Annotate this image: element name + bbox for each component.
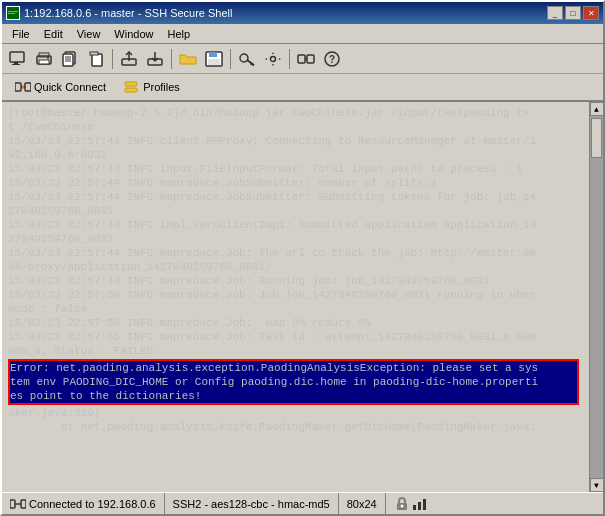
quick-connect-button[interactable]: Quick Connect — [8, 77, 113, 97]
status-icons — [386, 493, 436, 514]
svg-rect-34 — [15, 83, 21, 91]
title-bar: 1:192.168.0.6 - master - SSH Secure Shel… — [2, 2, 603, 24]
quick-bar: Quick Connect Profiles — [2, 74, 603, 102]
lock-icon — [394, 497, 410, 511]
svg-rect-47 — [423, 499, 426, 510]
separator-3 — [230, 49, 231, 69]
status-size: 80x24 — [339, 493, 386, 514]
toolbar-download-button[interactable] — [143, 47, 167, 71]
separator-1 — [112, 49, 113, 69]
title-bar-left: 1:192.168.0.6 - master - SSH Secure Shel… — [6, 6, 233, 20]
svg-rect-23 — [208, 59, 220, 65]
scrollbar-track[interactable] — [590, 116, 603, 478]
svg-rect-35 — [25, 83, 31, 91]
toolbar-copy-button[interactable] — [58, 47, 82, 71]
svg-rect-16 — [90, 52, 98, 55]
svg-rect-4 — [14, 62, 18, 64]
status-connection: Connected to 192.168.0.6 — [2, 493, 165, 514]
svg-rect-3 — [10, 52, 24, 62]
svg-rect-22 — [209, 52, 217, 57]
svg-rect-29 — [298, 55, 305, 63]
profiles-icon — [124, 80, 140, 94]
menu-help[interactable]: Help — [161, 26, 196, 42]
scroll-down-button[interactable]: ▼ — [590, 478, 604, 492]
terminal-content[interactable]: [root@master hadoop-2.5.2]# bin/hadoop j… — [2, 102, 589, 492]
menu-window[interactable]: Window — [108, 26, 159, 42]
connection-text: Connected to 192.168.0.6 — [29, 498, 156, 510]
size-text: 80x24 — [347, 498, 377, 510]
menu-view[interactable]: View — [71, 26, 107, 42]
separator-4 — [289, 49, 290, 69]
svg-point-44 — [400, 504, 403, 507]
toolbar-key-button[interactable] — [235, 47, 259, 71]
svg-rect-1 — [8, 11, 18, 12]
menu-file[interactable]: File — [6, 26, 36, 42]
minimize-button[interactable]: _ — [547, 6, 563, 20]
connection-icon — [10, 497, 26, 511]
svg-rect-30 — [307, 55, 314, 63]
svg-rect-45 — [413, 505, 416, 510]
svg-text:?: ? — [329, 54, 335, 65]
toolbar-new-button[interactable] — [6, 47, 30, 71]
toolbar-print-button[interactable] — [32, 47, 56, 71]
profiles-button[interactable]: Profiles — [117, 77, 187, 97]
toolbar-save-button[interactable] — [202, 47, 226, 71]
profiles-label: Profiles — [143, 81, 180, 93]
main-window: 1:192.168.0.6 - master - SSH Secure Shel… — [0, 0, 605, 516]
maximize-button[interactable]: □ — [565, 6, 581, 20]
svg-rect-5 — [12, 64, 20, 65]
app-icon — [6, 6, 20, 20]
close-button[interactable]: ✕ — [583, 6, 599, 20]
svg-rect-39 — [125, 88, 137, 92]
svg-rect-11 — [63, 54, 73, 66]
svg-rect-8 — [39, 60, 49, 64]
terminal-wrapper: [root@master hadoop-2.5.2]# bin/hadoop j… — [2, 102, 603, 492]
svg-rect-46 — [418, 502, 421, 510]
toolbar-upload-button[interactable] — [117, 47, 141, 71]
toolbar: ? — [2, 44, 603, 74]
svg-point-28 — [271, 56, 276, 61]
encryption-text: SSH2 - aes128-cbc - hmac-md5 — [173, 498, 330, 510]
svg-rect-15 — [92, 54, 102, 66]
quick-connect-icon — [15, 80, 31, 94]
status-bar: Connected to 192.168.0.6 SSH2 - aes128-c… — [2, 492, 603, 514]
signal-icon — [412, 497, 428, 511]
scrollbar: ▲ ▼ — [589, 102, 603, 492]
svg-point-9 — [47, 57, 49, 59]
toolbar-connect-button[interactable] — [294, 47, 318, 71]
menu-edit[interactable]: Edit — [38, 26, 69, 42]
toolbar-folder-button[interactable] — [176, 47, 200, 71]
scrollbar-thumb[interactable] — [591, 118, 602, 158]
status-encryption: SSH2 - aes128-cbc - hmac-md5 — [165, 493, 339, 514]
svg-rect-2 — [8, 13, 15, 14]
separator-2 — [171, 49, 172, 69]
toolbar-settings-button[interactable] — [261, 47, 285, 71]
svg-rect-41 — [21, 500, 26, 508]
quick-connect-label: Quick Connect — [34, 81, 106, 93]
scroll-up-button[interactable]: ▲ — [590, 102, 604, 116]
title-text: 1:192.168.0.6 - master - SSH Secure Shel… — [24, 7, 233, 19]
title-bar-controls: _ □ ✕ — [547, 6, 599, 20]
toolbar-help-button[interactable]: ? — [320, 47, 344, 71]
svg-rect-40 — [10, 500, 15, 508]
menu-bar: File Edit View Window Help — [2, 24, 603, 44]
svg-rect-38 — [125, 82, 137, 86]
toolbar-paste-button[interactable] — [84, 47, 108, 71]
